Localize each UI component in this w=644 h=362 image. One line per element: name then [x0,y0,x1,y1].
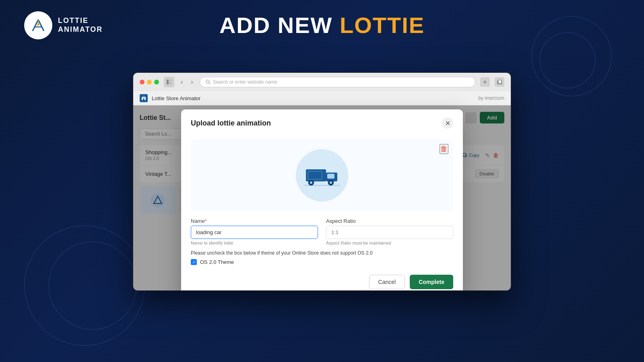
modal-footer: Cancel Complete [191,273,453,289]
main-title-part1: ADD NEW [219,12,340,38]
svg-line-5 [209,83,210,84]
browser-chrome: ‹ › Search or enter website name + [133,73,511,91]
logo-line2: ANIMATOR [58,25,103,34]
animation-preview: 🗑 [191,139,453,212]
ratio-label: Aspect Ratio [326,218,453,224]
logo-line1: LOTTIE [58,16,103,25]
modal-overlay: Upload lottie animation ✕ [133,105,511,290]
main-title-part2: LOTTIE [340,12,425,38]
svg-point-4 [206,80,209,83]
store-favicon [140,94,148,102]
header: LOTTIE ANIMATOR ADD NEW LOTTIE [0,0,644,51]
page-content: Lottie St... Add Shopping... OS 2.0 [133,105,511,290]
bg-decoration-2 [48,241,137,330]
modal-title: Upload lottie animation [191,119,271,128]
modal-close-button[interactable]: ✕ [442,117,453,129]
new-tab-icon[interactable]: + [480,77,490,87]
name-input[interactable] [191,226,318,239]
address-bar-text: Search or enter website name [213,79,277,85]
svg-point-26 [330,181,332,184]
minimize-traffic-light[interactable] [147,80,152,84]
checkbox-label: OS 2.0 Theme [200,259,234,265]
sidebar-toggle-icon[interactable] [164,77,174,87]
forward-button[interactable]: › [189,78,194,86]
delete-preview-button[interactable]: 🗑 [440,144,448,154]
svg-rect-1 [167,80,169,84]
svg-rect-3 [169,82,171,84]
svg-rect-22 [327,174,334,179]
main-title: ADD NEW LOTTIE [219,12,425,38]
upload-modal: Upload lottie animation ✕ [181,109,463,291]
ratio-form-group: Aspect Ratio Aspect Ratio must be mainta… [326,218,453,245]
preview-circle [296,149,348,202]
logo-circle [24,11,52,39]
tab-title: Lottie Store Animator [152,95,200,101]
cancel-button[interactable]: Cancel [369,275,405,289]
close-traffic-light[interactable] [140,80,144,84]
name-hint: Name to identify lottie [191,241,318,245]
logo-area: LOTTIE ANIMATOR [24,11,103,39]
modal-body: 🗑 Name* Name to identify lottie [181,135,463,291]
maximize-traffic-light[interactable] [154,80,159,84]
address-bar[interactable]: Search or enter website name [200,77,475,87]
name-label: Name* [191,218,318,224]
complete-button[interactable]: Complete [410,275,453,289]
svg-rect-9 [143,99,144,100]
traffic-lights [140,80,159,84]
by-imercium: by imercium [478,95,504,101]
svg-point-24 [310,181,312,184]
ratio-hint: Aspect Ratio must be maintained [326,241,453,245]
browser-window: ‹ › Search or enter website name + Lotti… [133,72,511,291]
form-row: Name* Name to identify lottie Aspect Rat… [191,218,453,245]
back-button[interactable]: ‹ [179,78,184,86]
logo-text: LOTTIE ANIMATOR [58,16,103,34]
tabs-icon[interactable] [495,77,504,87]
svg-rect-7 [498,80,502,83]
os-notice: Please uncheck the box below if theme of… [191,250,453,256]
ratio-input[interactable] [326,226,453,239]
truck-illustration [304,161,340,189]
svg-rect-2 [169,80,171,81]
os-theme-checkbox[interactable]: ✓ [191,259,197,265]
checkbox-row: ✓ OS 2.0 Theme [191,259,453,265]
modal-header: Upload lottie animation ✕ [181,109,463,135]
browser-tab-bar: Lottie Store Animator by imercium [133,91,511,105]
browser-container: ‹ › Search or enter website name + Lotti… [133,72,511,291]
name-form-group: Name* Name to identify lottie [191,218,318,245]
